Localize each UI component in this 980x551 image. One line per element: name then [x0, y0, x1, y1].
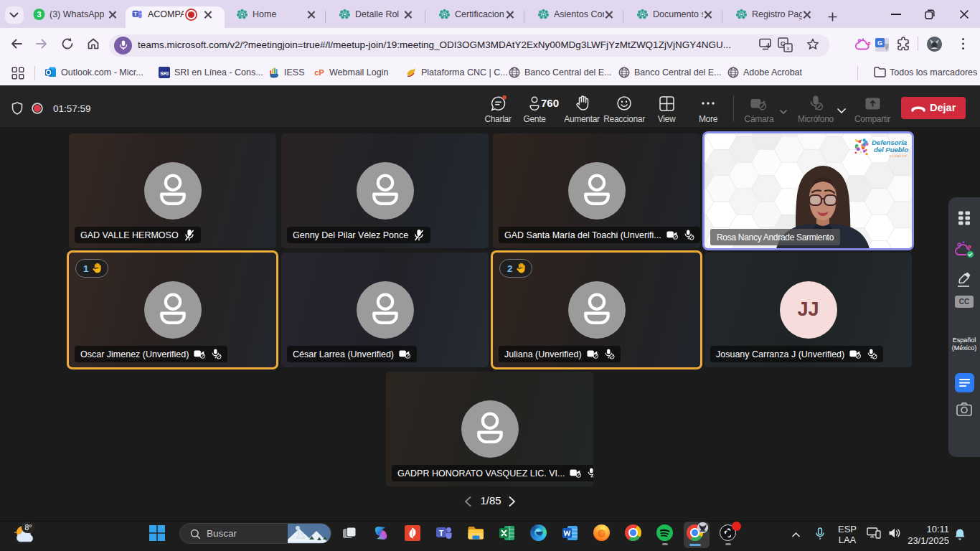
svg-text:T: T: [439, 529, 443, 537]
svg-text:x: x: [787, 45, 790, 52]
svg-text:E C U A D O R: E C U A D O R: [890, 155, 907, 158]
svg-text:SRI: SRI: [160, 71, 169, 76]
svg-text:G: G: [877, 39, 882, 47]
svg-text:cP: cP: [314, 68, 324, 77]
svg-text:del Pueblo: del Pueblo: [874, 146, 908, 154]
svg-text:T: T: [134, 11, 138, 17]
